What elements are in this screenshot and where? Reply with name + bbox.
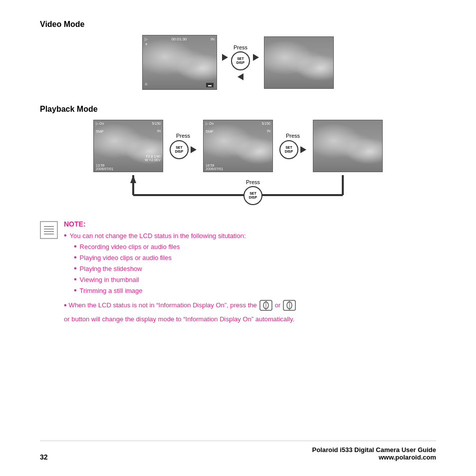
video-screen-top-bar: ▷ 00:01:30 IN — [143, 35, 217, 43]
pb-set-disp-2[interactable]: SETDISP — [279, 140, 298, 159]
note-last-bullet: • When the LCD status is not in “Informa… — [64, 298, 436, 325]
note-bullet-text-2: Playing video clips or audio files — [80, 252, 172, 263]
note-icon-line-4 — [44, 234, 54, 235]
playback-screen-3 — [313, 120, 383, 172]
video-arrow-right — [222, 54, 228, 61]
note-title: NOTE: — [64, 220, 436, 228]
note-bullet-2: • Playing video clips or audio files — [74, 252, 436, 263]
pb-arrow-set-1: SETDISP — [170, 140, 197, 159]
video-screen-timer: 00:01:30 — [171, 37, 187, 41]
playback-screen-2: ▷ On 5/150 5MF IN 18:59 2006/07/01 — [203, 120, 273, 172]
pb2-time: 18:59 — [206, 164, 270, 167]
svg-marker-3 — [130, 175, 136, 183]
footer-title-line1: Polaroid i533 Digital Camera User Guide — [312, 446, 436, 454]
playback-return-svg — [98, 175, 378, 205]
pb-press-label-2: Press — [286, 133, 300, 139]
pb-set-disp-return[interactable]: SETDISP — [243, 186, 262, 205]
pb2-5mf: 5MF — [206, 129, 214, 134]
note-bullet-text-1: Recording video clips or audio files — [80, 241, 180, 252]
footer-title-line2: www.polaroid.com — [312, 454, 436, 461]
footer: 32 Polaroid i533 Digital Camera User Gui… — [40, 441, 436, 461]
note-bullet-dot-1: • — [74, 242, 77, 250]
pb1-bottom: 13:59 2006/07/01 — [96, 164, 161, 171]
note-footer-text: When the LCD status is not in “Informati… — [69, 300, 257, 311]
pb2-date: 2006/07/01 — [206, 167, 270, 171]
note-bullet-dot-5: • — [74, 286, 77, 294]
video-screen-in: IN — [211, 37, 215, 41]
video-press-label: Press — [234, 44, 247, 50]
playback-top-row: ▷ On 5/150 5MF IN F2.8 1/80 W +2.0EV 13:… — [93, 120, 383, 172]
note-icon-lines — [44, 226, 54, 235]
pb-press-group-2: Press SETDISP — [279, 133, 306, 159]
pb-press-label-return: Press — [246, 179, 260, 185]
playback-screen-3-image — [313, 120, 382, 172]
playback-screen-2-topbar: ▷ On 5/150 — [204, 120, 272, 127]
pb1-5mf: 5MF — [96, 129, 104, 134]
playback-screen-1-overlay: ▷ On 5/150 5MF IN F2.8 1/80 W +2.0EV 13:… — [94, 120, 163, 172]
video-screen-overlay: ▷ 00:01:30 IN ⊙ ☀ ▬ — [143, 35, 217, 89]
note-bullet-5: • Trimming a still image — [74, 285, 436, 296]
note-bullet-dot-4: • — [74, 275, 77, 283]
playback-screen-2-overlay: ▷ On 5/150 5MF IN 18:59 2006/07/01 — [204, 120, 272, 172]
pb1-time: 13:59 — [96, 164, 161, 167]
note-intro-text: You can not change the LCD status in the… — [70, 231, 246, 241]
footer-page-number: 32 — [40, 453, 48, 461]
page: Video Mode ▷ 00:01:30 IN ⊙ ☀ ▬ — [0, 0, 476, 476]
pb-set-disp-1[interactable]: SETDISP — [170, 140, 189, 159]
note-footer-text2: or button will change the display mode t… — [64, 314, 294, 325]
video-mode-title: Video Mode — [40, 20, 436, 29]
playback-mode-title: Playback Mode — [40, 105, 436, 114]
playback-cycle-container: ▷ On 5/150 5MF IN F2.8 1/80 W +2.0EV 13:… — [93, 120, 383, 205]
note-section: NOTE: • You can not change the LCD statu… — [40, 220, 436, 325]
pb1-date: 2006/07/01 — [96, 167, 161, 171]
pb2-mode: ▷ On — [206, 122, 214, 126]
pb1-mode: ▷ On — [96, 122, 104, 126]
pb1-ev: F2.8 1/80 W +2.0EV — [145, 155, 161, 162]
video-arrows-group: Press SETDISP — [222, 44, 259, 80]
video-screen-simple-image — [264, 37, 333, 88]
playback-screen-1: ▷ On 5/150 5MF IN F2.8 1/80 W +2.0EV 13:… — [93, 120, 163, 172]
pb-press-group-return: Press SETDISP — [243, 179, 262, 205]
pb-arrow-right-1 — [191, 146, 197, 153]
pb1-counter: 5/150 — [152, 122, 161, 126]
pb2-counter: 5/150 — [261, 122, 270, 126]
pb2-bottom: 18:59 2006/07/01 — [206, 164, 270, 171]
footer-title: Polaroid i533 Digital Camera User Guide … — [312, 446, 436, 461]
note-bullet-dot-3: • — [74, 264, 77, 272]
video-press-group: Press SETDISP — [231, 44, 250, 70]
note-icon-line-2 — [44, 229, 54, 230]
inline-icon-2 — [282, 298, 296, 312]
pb-arrow-set-2: SETDISP — [279, 140, 306, 159]
playback-screen-1-topbar: ▷ On 5/150 — [94, 120, 163, 127]
note-sub-bullets: • Recording video clips or audio files •… — [74, 241, 436, 296]
note-intro-item: • You can not change the LCD status in t… — [64, 231, 436, 241]
video-screen-badge: ▷ — [145, 37, 148, 41]
video-screen-bar: ▬ — [206, 83, 214, 87]
inline-icon-1 — [259, 298, 273, 312]
video-screen-detail: ▷ 00:01:30 IN ⊙ ☀ ▬ — [142, 35, 217, 90]
note-bullet-text-4: Viewing in thumbnail — [80, 274, 139, 285]
video-arrow-left — [238, 73, 243, 80]
note-intro-bullet: • — [64, 232, 67, 239]
pb-press-label-1: Press — [176, 133, 190, 139]
pb1-middle-info: F2.8 1/80 W +2.0EV — [145, 155, 161, 162]
pb1-in: IN — [157, 129, 161, 133]
video-mode-diagram: ▷ 00:01:30 IN ⊙ ☀ ▬ Press SETDISP — [40, 35, 436, 90]
pb-arrow-right-2 — [300, 146, 306, 153]
note-icon — [40, 221, 58, 239]
note-bullet-dot-2: • — [74, 253, 77, 261]
note-bullet-text-5: Trimming a still image — [80, 285, 143, 296]
note-icon-line-3 — [44, 231, 54, 232]
video-screen-simple — [264, 36, 334, 89]
note-icon-line-1 — [44, 226, 54, 227]
video-arrow-right2 — [253, 54, 259, 61]
note-footer-or: or — [275, 300, 281, 311]
video-screen-sun: ☀ — [145, 42, 148, 46]
pb-press-group-1: Press SETDISP — [170, 133, 197, 159]
video-set-disp-btn[interactable]: SETDISP — [231, 51, 250, 70]
note-bullet-3: • Playing the slideshow — [74, 263, 436, 274]
note-content: NOTE: • You can not change the LCD statu… — [64, 220, 436, 325]
note-bullet-4: • Viewing in thumbnail — [74, 274, 436, 285]
playback-return-row: Press SETDISP — [93, 175, 383, 205]
video-screen-icon: ⊙ — [145, 82, 148, 86]
